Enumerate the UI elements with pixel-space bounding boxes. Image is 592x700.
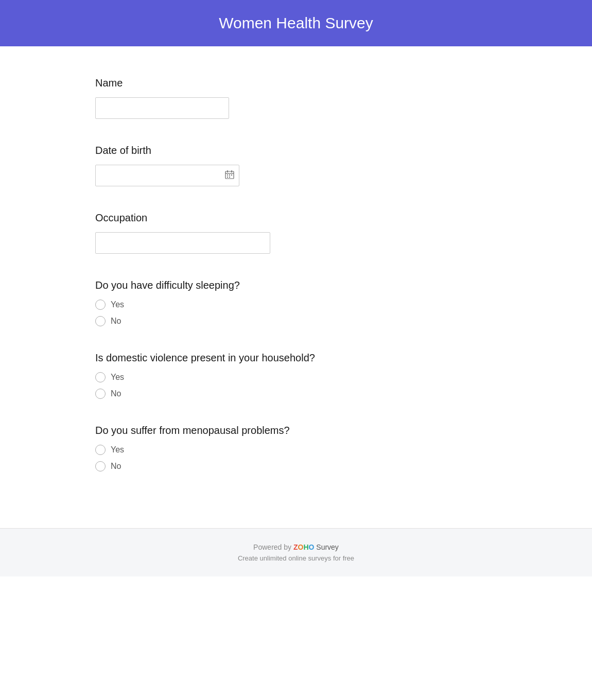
menopausal-question-group: Do you suffer from menopausal problems? … [95, 425, 497, 471]
sleeping-no-radio[interactable] [95, 316, 106, 326]
sleeping-question-label: Do you have difficulty sleeping? [95, 279, 497, 291]
domestic-violence-no-label: No [111, 389, 121, 398]
page-footer: Powered by ZOHO Survey Create unlimited … [0, 528, 592, 576]
form-container: Name Date of birth [64, 46, 528, 518]
sleeping-yes-label: Yes [111, 300, 124, 309]
menopausal-radio-group: Yes No [95, 445, 497, 471]
survey-title: Women Health Survey [10, 14, 582, 32]
domestic-violence-radio-group: Yes No [95, 372, 497, 399]
sleeping-question-group: Do you have difficulty sleeping? Yes No [95, 279, 497, 326]
name-input[interactable] [95, 97, 229, 119]
domestic-violence-no-option[interactable]: No [95, 389, 497, 399]
zoho-logo: ZOHO [293, 543, 314, 551]
powered-by-text: Powered by [253, 543, 293, 551]
sleeping-yes-option[interactable]: Yes [95, 300, 497, 310]
domestic-violence-question-group: Is domestic violence present in your hou… [95, 352, 497, 399]
zoho-letter-z: Z [293, 543, 298, 551]
menopausal-yes-option[interactable]: Yes [95, 445, 497, 455]
domestic-violence-yes-radio[interactable] [95, 372, 106, 382]
sleeping-yes-radio[interactable] [95, 300, 106, 310]
occupation-input[interactable] [95, 232, 270, 254]
powered-by-line: Powered by ZOHO Survey [10, 543, 582, 551]
domestic-violence-yes-option[interactable]: Yes [95, 372, 497, 382]
footer-tagline: Create unlimited online surveys for free [10, 554, 582, 562]
date-input-wrapper [95, 165, 239, 186]
occupation-label: Occupation [95, 212, 497, 224]
zoho-letter-h: H [303, 543, 308, 551]
menopausal-no-label: No [111, 462, 121, 471]
survey-label: Survey [316, 543, 339, 551]
menopausal-no-radio[interactable] [95, 461, 106, 471]
dob-label: Date of birth [95, 145, 497, 156]
occupation-field-group: Occupation [95, 212, 497, 254]
domestic-violence-no-radio[interactable] [95, 389, 106, 399]
domestic-violence-question-label: Is domestic violence present in your hou… [95, 352, 497, 364]
name-label: Name [95, 77, 497, 89]
name-field-group: Name [95, 77, 497, 119]
menopausal-question-label: Do you suffer from menopausal problems? [95, 425, 497, 436]
sleeping-no-option[interactable]: No [95, 316, 497, 326]
survey-header: Women Health Survey [0, 0, 592, 46]
dob-field-group: Date of birth [95, 145, 497, 186]
zoho-letter-o2: O [309, 543, 315, 551]
menopausal-yes-radio[interactable] [95, 445, 106, 455]
zoho-letter-o1: O [298, 543, 304, 551]
domestic-violence-yes-label: Yes [111, 373, 124, 382]
menopausal-yes-label: Yes [111, 445, 124, 454]
dob-input[interactable] [95, 165, 239, 186]
sleeping-radio-group: Yes No [95, 300, 497, 326]
sleeping-no-label: No [111, 317, 121, 326]
menopausal-no-option[interactable]: No [95, 461, 497, 471]
